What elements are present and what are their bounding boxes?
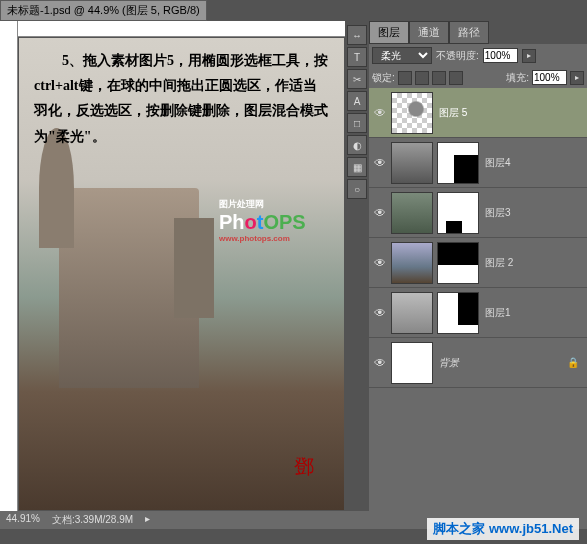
layer-row[interactable]: 👁 图层4 xyxy=(369,138,587,188)
fill-arrow-icon[interactable]: ▸ xyxy=(570,71,584,85)
layer-name[interactable]: 图层1 xyxy=(485,306,511,320)
tool-grid-icon[interactable]: ▦ xyxy=(347,157,367,177)
fill-input[interactable] xyxy=(532,70,567,85)
layer-mask[interactable] xyxy=(437,292,479,334)
tool-move-icon[interactable]: ↔ xyxy=(347,25,367,45)
fill-label: 填充: xyxy=(506,71,529,85)
visibility-eye-icon[interactable]: 👁 xyxy=(371,154,389,172)
tutorial-text: 5、拖入素材图片5，用椭圆形选框工具，按ctrl+alt键，在球的中间拖出正圆选… xyxy=(34,48,329,149)
lock-position-icon[interactable] xyxy=(432,71,446,85)
layer-name[interactable]: 图层 5 xyxy=(439,106,467,120)
lock-label: 锁定: xyxy=(372,71,395,85)
layer-thumbnail[interactable] xyxy=(391,142,433,184)
tool-type-icon[interactable]: A xyxy=(347,91,367,111)
ruler-vertical xyxy=(0,21,18,511)
layer-name[interactable]: 背景 xyxy=(439,356,459,370)
canvas[interactable]: 5、拖入素材图片5，用椭圆形选框工具，按ctrl+alt键，在球的中间拖出正圆选… xyxy=(19,38,344,510)
lock-all-icon[interactable] xyxy=(449,71,463,85)
visibility-eye-icon[interactable]: 👁 xyxy=(371,304,389,322)
ruler-horizontal xyxy=(18,21,345,37)
layer-row[interactable]: 👁 图层 2 xyxy=(369,238,587,288)
watermark: 脚本之家 www.jb51.Net xyxy=(427,518,579,540)
lock-transparency-icon[interactable] xyxy=(398,71,412,85)
seal-stamp: 鄧 xyxy=(294,453,314,480)
layer-name[interactable]: 图层3 xyxy=(485,206,511,220)
layer-row[interactable]: 👁 图层1 xyxy=(369,288,587,338)
document-tab[interactable]: 未标题-1.psd @ 44.9% (图层 5, RGB/8) xyxy=(0,0,207,21)
tab-paths[interactable]: 路径 xyxy=(449,21,489,44)
doc-size: 文档:3.39M/28.9M xyxy=(52,513,133,527)
tab-channels[interactable]: 通道 xyxy=(409,21,449,44)
tool-crop-icon[interactable]: ✂ xyxy=(347,69,367,89)
zoom-level[interactable]: 44.91% xyxy=(6,513,40,527)
tool-text-icon[interactable]: T xyxy=(347,47,367,67)
layer-mask[interactable] xyxy=(437,242,479,284)
layer-thumbnail[interactable] xyxy=(391,292,433,334)
tab-layers[interactable]: 图层 xyxy=(369,21,409,44)
blend-mode-select[interactable]: 柔光 xyxy=(372,47,432,64)
tool-ellipse-icon[interactable]: ○ xyxy=(347,179,367,199)
layer-name[interactable]: 图层4 xyxy=(485,156,511,170)
visibility-eye-icon[interactable]: 👁 xyxy=(371,354,389,372)
opacity-input[interactable] xyxy=(483,48,518,63)
layer-thumbnail[interactable] xyxy=(391,342,433,384)
layer-row[interactable]: 👁 图层 5 xyxy=(369,88,587,138)
lock-pixels-icon[interactable] xyxy=(415,71,429,85)
layer-row[interactable]: 👁 图层3 xyxy=(369,188,587,238)
status-arrow-icon[interactable]: ▸ xyxy=(145,513,150,527)
layer-mask[interactable] xyxy=(437,192,479,234)
visibility-eye-icon[interactable]: 👁 xyxy=(371,204,389,222)
layer-thumbnail[interactable] xyxy=(391,242,433,284)
visibility-eye-icon[interactable]: 👁 xyxy=(371,254,389,272)
visibility-eye-icon[interactable]: 👁 xyxy=(371,104,389,122)
layer-mask[interactable] xyxy=(437,142,479,184)
layer-thumbnail[interactable] xyxy=(391,192,433,234)
tool-rect-icon[interactable]: □ xyxy=(347,113,367,133)
photops-logo: 图片处理网 PhotOPS www.photops.com xyxy=(219,198,306,243)
layer-name[interactable]: 图层 2 xyxy=(485,256,513,270)
layers-panel: 图层 通道 路径 柔光 不透明度: ▸ 锁定: 填充: ▸ 👁 图层 5 xyxy=(369,21,587,511)
layer-row[interactable]: 👁 背景 🔒 xyxy=(369,338,587,388)
opacity-arrow-icon[interactable]: ▸ xyxy=(522,49,536,63)
lock-icon: 🔒 xyxy=(567,357,579,368)
opacity-label: 不透明度: xyxy=(436,49,479,63)
layer-thumbnail[interactable] xyxy=(391,92,433,134)
tool-gradient-icon[interactable]: ◐ xyxy=(347,135,367,155)
vertical-toolbar: ↔ T ✂ A □ ◐ ▦ ○ xyxy=(345,21,369,511)
